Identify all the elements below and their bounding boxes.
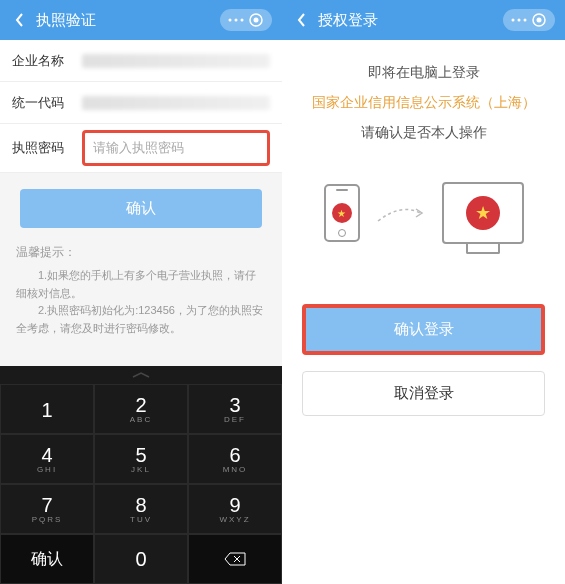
auth-body: 即将在电脑上登录 国家企业信用信息公示系统（上海） 请确认是否本人操作 ★ ★ … <box>282 40 565 584</box>
key-4[interactable]: 4GHI <box>0 434 94 484</box>
key-9[interactable]: 9WXYZ <box>188 484 282 534</box>
close-icon[interactable] <box>531 12 547 28</box>
right-screen: 授权登录 即将在电脑上登录 国家企业信用信息公示系统（上海） 请确认是否本人操作… <box>282 0 565 584</box>
key-3[interactable]: 3DEF <box>188 384 282 434</box>
confirm-login-button[interactable]: 确认登录 <box>302 304 545 355</box>
password-input[interactable]: 请输入执照密码 <box>82 130 270 166</box>
keypad-grid: 1 2ABC 3DEF 4GHI 5JKL 6MNO 7PQRS 8TUV 9W… <box>0 384 282 584</box>
company-name-row: 企业名称 <box>0 40 282 82</box>
unified-code-row: 统一代码 <box>0 82 282 124</box>
company-name-value <box>82 54 270 68</box>
phone-icon: ★ <box>324 184 360 242</box>
header-controls <box>220 9 272 31</box>
unified-code-label: 统一代码 <box>12 94 82 112</box>
password-label: 执照密码 <box>12 139 82 157</box>
close-icon[interactable] <box>248 12 264 28</box>
hint-section: 温馨提示： 1.如果您的手机上有多个电子营业执照，请仔细核对信息。 2.执照密码… <box>0 244 282 349</box>
emblem-icon: ★ <box>466 196 500 230</box>
more-icon[interactable] <box>511 12 527 28</box>
confirm-button[interactable]: 确认 <box>20 189 262 228</box>
password-row: 执照密码 请输入执照密码 <box>0 124 282 173</box>
auth-line-2: 国家企业信用信息公示系统（上海） <box>312 94 536 112</box>
arrow-icon <box>376 201 426 225</box>
company-name-label: 企业名称 <box>12 52 82 70</box>
key-7[interactable]: 7PQRS <box>0 484 94 534</box>
phone-to-pc-diagram: ★ ★ <box>324 182 524 244</box>
auth-buttons: 确认登录 取消登录 <box>282 304 565 416</box>
numeric-keypad: 1 2ABC 3DEF 4GHI 5JKL 6MNO 7PQRS 8TUV 9W… <box>0 366 282 584</box>
confirm-button-area: 确认 <box>0 173 282 244</box>
svg-point-2 <box>241 19 244 22</box>
key-8[interactable]: 8TUV <box>94 484 188 534</box>
key-1[interactable]: 1 <box>0 384 94 434</box>
auth-line-3: 请确认是否本人操作 <box>361 124 487 142</box>
cancel-login-button[interactable]: 取消登录 <box>302 371 545 416</box>
back-icon[interactable] <box>292 11 310 29</box>
auth-line-1: 即将在电脑上登录 <box>368 64 480 82</box>
back-icon[interactable] <box>10 11 28 29</box>
hint-line-1: 1.如果您的手机上有多个电子营业执照，请仔细核对信息。 <box>16 267 266 302</box>
svg-point-0 <box>229 19 232 22</box>
keypad-drag-handle[interactable] <box>0 366 282 384</box>
hint-title: 温馨提示： <box>16 244 266 261</box>
emblem-icon: ★ <box>332 203 352 223</box>
svg-point-5 <box>512 19 515 22</box>
key-5[interactable]: 5JKL <box>94 434 188 484</box>
svg-point-6 <box>518 19 521 22</box>
key-2[interactable]: 2ABC <box>94 384 188 434</box>
hint-line-2: 2.执照密码初始化为:123456，为了您的执照安全考虑，请您及时进行密码修改。 <box>16 302 266 337</box>
svg-point-9 <box>537 18 542 23</box>
svg-point-7 <box>524 19 527 22</box>
left-screen: 执照验证 企业名称 统一代码 执照密码 请输入执照密码 确认 <box>0 0 282 584</box>
monitor-icon: ★ <box>442 182 524 244</box>
svg-point-1 <box>235 19 238 22</box>
key-backspace[interactable] <box>188 534 282 584</box>
header-controls <box>503 9 555 31</box>
header-right: 授权登录 <box>282 0 565 40</box>
form: 企业名称 统一代码 执照密码 请输入执照密码 <box>0 40 282 173</box>
header-left: 执照验证 <box>0 0 282 40</box>
key-6[interactable]: 6MNO <box>188 434 282 484</box>
key-confirm[interactable]: 确认 <box>0 534 94 584</box>
svg-point-4 <box>254 18 259 23</box>
more-icon[interactable] <box>228 12 244 28</box>
key-0[interactable]: 0 <box>94 534 188 584</box>
unified-code-value <box>82 96 270 110</box>
